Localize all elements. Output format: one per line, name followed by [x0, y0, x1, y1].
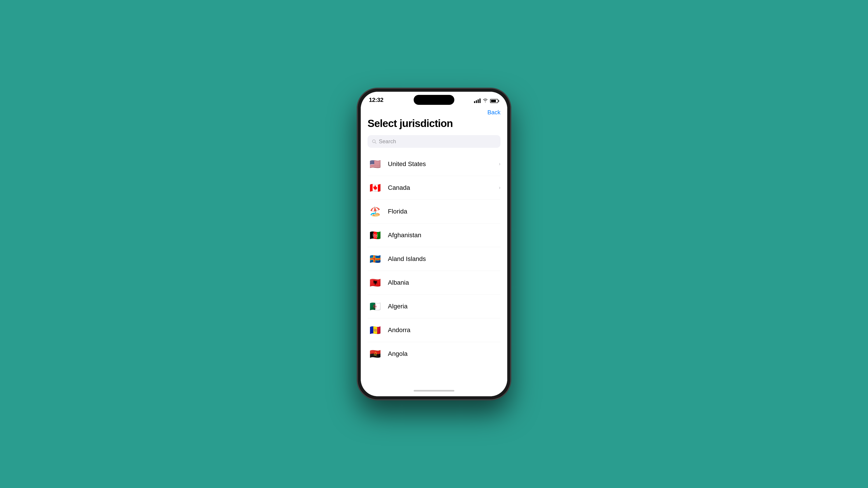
jurisdiction-item[interactable]: 🏖️Florida	[368, 200, 500, 223]
country-name: Algeria	[388, 303, 500, 310]
chevron-right-icon: ›	[499, 185, 500, 191]
dynamic-island	[414, 95, 454, 105]
back-button[interactable]: Back	[487, 109, 500, 116]
country-name: Florida	[388, 208, 500, 215]
jurisdiction-item[interactable]: 🇦🇩Andorra	[368, 318, 500, 342]
flag-circle: 🏖️	[368, 204, 383, 219]
search-icon	[372, 139, 377, 144]
search-placeholder: Search	[379, 138, 496, 144]
jurisdiction-item[interactable]: 🇦🇱Albania	[368, 271, 500, 295]
page-title: Select jurisdiction	[368, 118, 500, 129]
status-bar: 12:32	[361, 92, 507, 105]
svg-line-1	[375, 142, 376, 143]
phone-device: 12:32	[357, 88, 511, 400]
screen-content: Back Select jurisdiction Search 🇺🇸United…	[361, 105, 507, 385]
flag-circle: 🇦🇫	[368, 228, 383, 243]
status-time: 12:32	[369, 96, 383, 103]
flag-circle: 🇦🇽	[368, 251, 383, 267]
home-indicator	[361, 385, 507, 396]
jurisdiction-item[interactable]: 🇦🇽Aland Islands	[368, 247, 500, 271]
country-name: Albania	[388, 279, 500, 286]
country-name: Angola	[388, 350, 500, 357]
jurisdiction-item[interactable]: 🇦🇫Afghanistan	[368, 223, 500, 247]
signal-bars-icon	[474, 99, 480, 103]
flag-circle: 🇦🇩	[368, 322, 383, 338]
country-name: Aland Islands	[388, 255, 500, 263]
jurisdiction-list: 🇺🇸United States›🇨🇦Canada›🏖️Florida🇦🇫Afgh…	[368, 152, 500, 365]
flag-circle: 🇦🇴	[368, 346, 383, 361]
country-name: Andorra	[388, 326, 500, 334]
jurisdiction-item[interactable]: 🇺🇸United States›	[368, 152, 500, 176]
flag-circle: 🇺🇸	[368, 156, 383, 172]
flag-circle: 🇦🇱	[368, 275, 383, 290]
jurisdiction-item[interactable]: 🇦🇴Angola	[368, 342, 500, 365]
jurisdiction-item[interactable]: 🇩🇿Algeria	[368, 295, 500, 318]
flag-circle: 🇩🇿	[368, 299, 383, 314]
phone-screen: 12:32	[361, 92, 507, 396]
nav-bar: Back	[368, 105, 500, 118]
jurisdiction-item[interactable]: 🇨🇦Canada›	[368, 176, 500, 200]
search-bar[interactable]: Search	[368, 135, 500, 148]
battery-icon	[490, 99, 498, 103]
chevron-right-icon: ›	[499, 161, 500, 167]
country-name: Canada	[388, 184, 494, 191]
home-bar	[414, 390, 454, 392]
status-icons	[474, 98, 498, 103]
flag-circle: 🇨🇦	[368, 180, 383, 195]
wifi-icon	[483, 98, 488, 103]
country-name: Afghanistan	[388, 232, 500, 239]
country-name: United States	[388, 160, 494, 168]
